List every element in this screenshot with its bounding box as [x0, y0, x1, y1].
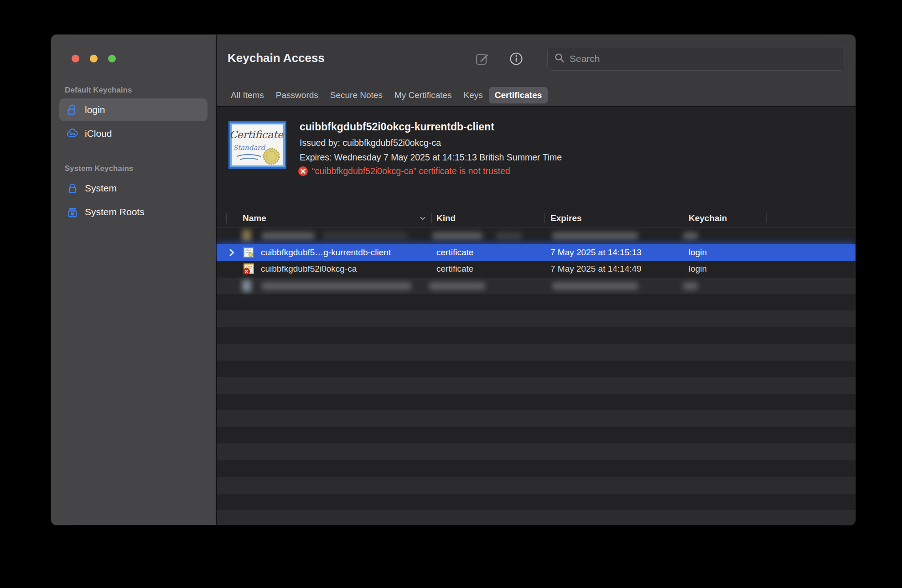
- column-divider[interactable]: [431, 213, 432, 223]
- compose-icon[interactable]: [475, 51, 490, 67]
- toolbar: Keychain Access Search All Items Passwor…: [217, 35, 855, 107]
- tab-keys[interactable]: Keys: [458, 87, 489, 103]
- column-header-kind[interactable]: Kind: [436, 209, 456, 227]
- search-icon: [554, 52, 565, 65]
- cell-name: cuibbfkgdubf52i0okcg-ca: [261, 261, 357, 278]
- tab-secure-notes[interactable]: Secure Notes: [324, 87, 389, 103]
- zoom-button[interactable]: [108, 55, 116, 62]
- column-divider[interactable]: [683, 213, 683, 223]
- table-row-selected[interactable]: Cert cuibbfkgdubf5…g-kurrentdb-client ce…: [217, 244, 855, 261]
- section-header-system-keychains: System Keychains: [65, 164, 216, 173]
- traffic-lights: [72, 55, 116, 62]
- sidebar: Default Keychains login iCloud System Ke…: [51, 35, 217, 525]
- search-placeholder: Search: [570, 53, 600, 64]
- search-input[interactable]: Search: [547, 47, 845, 71]
- svg-text:Cert: Cert: [245, 248, 252, 252]
- sidebar-item-label: System: [85, 183, 117, 194]
- svg-text:Cert: Cert: [246, 265, 252, 268]
- certificate-expires: Expires: Wednesday 7 May 2025 at 14:15:1…: [300, 152, 562, 163]
- sidebar-item-label: login: [85, 104, 105, 115]
- page-title: Keychain Access: [228, 51, 325, 65]
- content-area: Keychain Access Search All Items Passwor…: [217, 35, 855, 525]
- cell-kind: certificate: [436, 261, 473, 278]
- column-header-keychain[interactable]: Keychain: [689, 209, 727, 227]
- tab-all-items[interactable]: All Items: [225, 87, 270, 103]
- cert-badge-title: Certificate: [229, 129, 284, 140]
- certificate-issued-by: Issued by: cuibbfkgdubf52i0okcg-ca: [300, 138, 441, 148]
- cell-expires: 7 May 2025 at 14:15:13: [550, 244, 642, 261]
- unlocked-padlock-icon: [66, 103, 79, 117]
- table-header: Name Kind Expires Keychain: [217, 209, 855, 227]
- column-divider[interactable]: [544, 213, 545, 223]
- sort-chevron-icon: [419, 215, 426, 223]
- trust-warning-text: “cuibbfkgdubf52i0okcg-ca” certificate is…: [312, 166, 510, 176]
- error-icon: [298, 166, 308, 176]
- tab-passwords[interactable]: Passwords: [270, 87, 324, 103]
- sidebar-item-icloud[interactable]: iCloud: [59, 122, 207, 145]
- table-row-redacted[interactable]: [217, 227, 855, 244]
- info-icon[interactable]: [508, 51, 524, 67]
- table-row-ca[interactable]: Cert cuibbfkgdubf52i0okcg-ca certificate…: [217, 261, 855, 278]
- cell-kind: certificate: [436, 244, 473, 261]
- close-button[interactable]: [72, 55, 79, 62]
- sidebar-sections: Default Keychains login iCloud System Ke…: [51, 86, 216, 224]
- sidebar-item-label: iCloud: [85, 128, 112, 139]
- tab-bar: All Items Passwords Secure Notes My Cert…: [225, 87, 548, 104]
- table-empty-stripes: [217, 294, 855, 525]
- column-header-name[interactable]: Name: [243, 209, 266, 227]
- tab-my-certificates[interactable]: My Certificates: [389, 87, 458, 103]
- keychain-access-window: Default Keychains login iCloud System Ke…: [51, 35, 855, 525]
- sidebar-item-login[interactable]: login: [59, 98, 207, 121]
- trust-warning: “cuibbfkgdubf52i0okcg-ca” certificate is…: [298, 166, 510, 176]
- toolbar-divider: [228, 81, 845, 81]
- certificate-untrusted-icon: Cert: [242, 263, 255, 275]
- locked-padlock-icon: [66, 181, 79, 195]
- cell-name: cuibbfkgdubf5…g-kurrentdb-client: [261, 244, 391, 261]
- certificate-name: cuibbfkgdubf52i0okcg-kurrentdb-client: [300, 121, 494, 133]
- certificate-icon: Cert: [242, 246, 255, 259]
- sidebar-item-system[interactable]: System: [59, 177, 207, 200]
- lockbox-icon: [66, 205, 79, 219]
- disclosure-chevron-icon[interactable]: [228, 248, 235, 259]
- sidebar-item-system-roots[interactable]: System Roots: [59, 201, 207, 223]
- cell-keychain: login: [689, 244, 707, 261]
- sidebar-item-label: System Roots: [85, 206, 145, 217]
- certificate-detail-pane: Certificate Standard cuibbfkgdubf52i0okc…: [217, 107, 855, 209]
- tab-certificates[interactable]: Certificates: [489, 87, 548, 103]
- cell-keychain: login: [689, 261, 707, 278]
- icloud-key-icon: [66, 127, 79, 140]
- column-header-expires[interactable]: Expires: [550, 209, 582, 227]
- certificate-image: Certificate Standard: [228, 121, 287, 171]
- minimize-button[interactable]: [90, 55, 98, 62]
- column-divider[interactable]: [766, 213, 767, 223]
- section-header-default-keychains: Default Keychains: [65, 86, 216, 95]
- cell-expires: 7 May 2025 at 14:14:49: [550, 261, 642, 278]
- table-row-redacted[interactable]: [217, 278, 855, 294]
- cert-badge-subtitle: Standard: [233, 144, 266, 152]
- column-divider[interactable]: [226, 213, 227, 223]
